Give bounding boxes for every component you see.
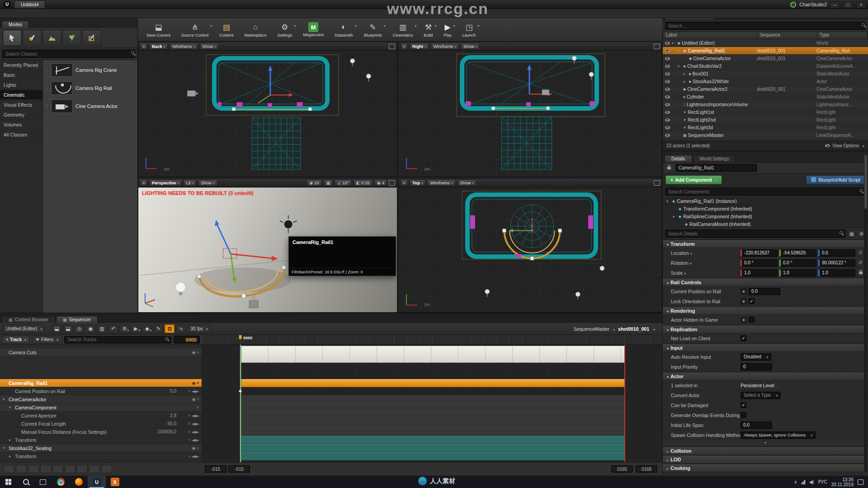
expander-icon[interactable]: ▾: [3, 397, 7, 401]
track-controls[interactable]: + ◂◆▸: [178, 389, 202, 394]
track-transform-camera[interactable]: ▸ Transform + ◂◆▸: [0, 436, 202, 444]
auto-key-icon[interactable]: ✎: [153, 324, 163, 333]
keyframe-icon[interactable]: [741, 317, 747, 323]
collapsed-section-header[interactable]: LOD: [663, 455, 868, 464]
track-current-focal-length[interactable]: Current Focal Length 50,0 + ◂◆▸: [0, 420, 202, 428]
drag-handle-icon[interactable]: [45, 86, 48, 91]
visibility-eye-icon[interactable]: [665, 126, 670, 129]
reset-to-default-icon[interactable]: ↺: [858, 250, 862, 256]
initial-life-span-field[interactable]: 0.0: [741, 422, 772, 429]
datasmith-button[interactable]: ◐ Datasmith: [330, 19, 357, 40]
undo-icon[interactable]: ↶: [108, 324, 118, 333]
mode-category[interactable]: All Classes: [0, 130, 42, 140]
track-controls[interactable]: + ◂◆▸: [178, 438, 202, 442]
current-time-field[interactable]: 0000: [174, 336, 200, 343]
visibility-eye-icon[interactable]: [665, 95, 670, 99]
visibility-eye-icon[interactable]: [665, 42, 670, 45]
actor-name-field[interactable]: [675, 164, 757, 172]
track-transform-stool[interactable]: ▸ Transform + ◂◆▸: [0, 452, 202, 460]
drag-handle-icon[interactable]: [45, 68, 48, 73]
camera-shortcuts-button[interactable]: 4: [374, 179, 387, 186]
sequencer-settings-icon[interactable]: ⚙: [119, 324, 129, 333]
expander-icon[interactable]: ▸: [9, 438, 13, 442]
keyframe-icon[interactable]: [741, 298, 747, 305]
timeline-ruler[interactable]: [202, 335, 662, 345]
find-in-content-browser-icon[interactable]: ◎: [74, 324, 84, 333]
create-camera-icon[interactable]: ◉: [85, 324, 95, 333]
close-button[interactable]: ×: [856, 1, 866, 8]
expander-icon[interactable]: ▾: [666, 199, 670, 203]
track-value[interactable]: 50,0: [168, 421, 176, 426]
scale-z-field[interactable]: 1.0: [818, 269, 855, 277]
mode-category[interactable]: Cinematic: [0, 90, 42, 100]
viewport-view-button[interactable]: Perspective: [149, 179, 182, 186]
track-controls[interactable]: ◉ +: [178, 381, 202, 385]
scale-lock-icon[interactable]: [859, 272, 863, 274]
visibility-eye-icon[interactable]: [665, 134, 670, 137]
tray-expand-icon[interactable]: ∧: [794, 479, 797, 484]
search-details-input[interactable]: [665, 230, 846, 238]
component-row[interactable]: ◆ RailCameraMount (Inherited): [663, 221, 868, 228]
transport-button[interactable]: [101, 465, 112, 473]
section-transform[interactable]: Transform: [663, 239, 868, 248]
rotation-z-field[interactable]: 90.000122 °: [818, 259, 855, 267]
expander-icon[interactable]: ▾: [678, 64, 682, 68]
track-value[interactable]: 0,0: [170, 389, 176, 394]
view-range-start-field[interactable]: -015: [228, 465, 250, 473]
scale-label[interactable]: Scale: [665, 270, 741, 276]
keyframe-options-icon[interactable]: ◆: [142, 324, 152, 333]
track-controls[interactable]: +: [178, 405, 202, 410]
maximize-viewport-icon[interactable]: [654, 180, 660, 186]
viewmode-button[interactable]: Wireframe: [431, 43, 459, 50]
location-label[interactable]: Location: [665, 250, 741, 256]
column-type[interactable]: Type: [817, 32, 868, 39]
section-input[interactable]: Input: [663, 343, 868, 352]
track-controls[interactable]: + ◂◆▸: [178, 422, 202, 426]
viewport-right[interactable]: Right Wireframe Show: [398, 42, 662, 177]
outliner-row[interactable]: ▾ ◈ ChairStudioVar2 DatasmithSceneA...: [663, 62, 868, 70]
firefox-taskbar-icon[interactable]: [70, 476, 88, 488]
playhead-marker[interactable]: [239, 335, 242, 339]
filters-button[interactable]: Filters: [32, 336, 62, 343]
foliage-mode-button[interactable]: [62, 30, 81, 46]
mode-category[interactable]: Recently Placed: [0, 60, 42, 70]
expander-icon[interactable]: ▸: [684, 72, 688, 76]
playhead-line[interactable]: [240, 345, 241, 462]
outliner-row[interactable]: ☀ RectLight3d RectLight: [663, 124, 868, 131]
transform2-track-bar[interactable]: [241, 452, 625, 460]
transport-button[interactable]: [40, 465, 51, 473]
caret-icon[interactable]: [477, 23, 479, 28]
save-current-button[interactable]: ⬓ Save Current: [142, 19, 175, 40]
item-camera-rig-rail[interactable]: Camera Rig Rail: [45, 80, 136, 96]
launch-button[interactable]: ◳ Launch: [458, 19, 480, 40]
current-position-field[interactable]: 0.0: [749, 288, 780, 295]
viewmode-button[interactable]: Lit: [184, 179, 197, 186]
viewmode-button[interactable]: Wireframe: [427, 179, 455, 186]
cinematics-button[interactable]: ▥ Cinematics: [389, 19, 417, 40]
caret-icon[interactable]: [434, 23, 436, 28]
curve-editor-icon[interactable]: ∿: [176, 324, 186, 333]
outliner-row[interactable]: ◆ CineCameraActor shot0010_001 CineCamer…: [663, 55, 868, 62]
expander-icon[interactable]: ▾: [3, 446, 7, 450]
convert-actor-dropdown[interactable]: Select a Type: [741, 392, 781, 399]
breadcrumb-shot[interactable]: shot0010_001: [618, 326, 649, 332]
render-movie-icon[interactable]: ▥: [97, 324, 107, 333]
details-scrollbar[interactable]: [864, 154, 868, 472]
track-controls[interactable]: ◉ +: [178, 397, 202, 402]
working-range-end-field[interactable]: 0168: [636, 465, 657, 473]
expander-icon[interactable]: ▾: [3, 381, 7, 385]
outliner-row[interactable]: ▸ ■ Box001 StaticMeshActor: [663, 70, 868, 78]
play-button[interactable]: ▶ Play: [439, 19, 456, 40]
visibility-eye-icon[interactable]: [665, 88, 670, 91]
save-icon[interactable]: ⬓: [52, 324, 61, 333]
transform-track-bar[interactable]: [241, 436, 625, 444]
breadcrumb-root[interactable]: SequenceMaster: [574, 326, 609, 332]
keyframe-icon[interactable]: [741, 288, 747, 295]
net-load-checkbox[interactable]: [741, 335, 746, 341]
expander-icon[interactable]: ▸: [9, 454, 13, 458]
expander-icon[interactable]: ▾: [673, 215, 677, 219]
mode-category[interactable]: Basic: [0, 70, 42, 80]
caret-icon[interactable]: [355, 23, 357, 28]
details-tab[interactable]: Details: [665, 155, 692, 162]
section-rendering[interactable]: Rendering: [663, 306, 868, 315]
